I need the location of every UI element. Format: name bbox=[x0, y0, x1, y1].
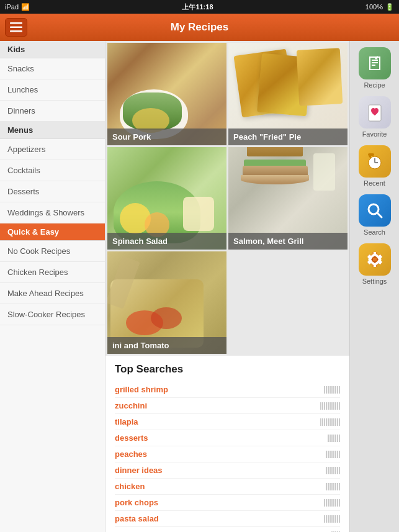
settings-icon bbox=[365, 250, 385, 269]
search-bars bbox=[320, 418, 340, 426]
recipe-icon-box bbox=[359, 47, 391, 79]
content-area: Sour Pork Peach "Fried" Pie bbox=[105, 41, 349, 532]
hamburger-icon bbox=[10, 22, 22, 32]
svg-rect-10 bbox=[368, 153, 374, 156]
sidebar-item-desserts[interactable]: Desserts bbox=[0, 181, 105, 202]
search-bars bbox=[328, 435, 340, 442]
settings-label: Settings bbox=[362, 277, 387, 285]
search-term-label: zucchini bbox=[115, 401, 320, 410]
sidebar-section-kids[interactable]: Kids bbox=[0, 41, 105, 58]
photo-label-salmon-grill: Salmon, Meet Grill bbox=[228, 233, 347, 250]
search-row[interactable]: chicken bbox=[115, 479, 340, 495]
recipe-label: Recipe bbox=[364, 81, 385, 89]
sidebar-item-lunches[interactable]: Lunches bbox=[0, 79, 105, 101]
sidebar-item-slowcooker[interactable]: Slow-Cooker Recipes bbox=[0, 304, 105, 325]
search-row[interactable]: dinner ideas bbox=[115, 462, 340, 479]
status-time: 上午11:18 bbox=[182, 2, 213, 12]
battery-icon: 🔋 bbox=[385, 3, 394, 11]
sidebar-item-cocktails[interactable]: Cocktails bbox=[0, 160, 105, 181]
search-label: Search bbox=[364, 228, 385, 236]
top-searches-title: Top Searches bbox=[115, 363, 340, 376]
search-bars bbox=[326, 467, 340, 474]
search-term-label: peaches bbox=[115, 449, 326, 459]
search-bars bbox=[320, 402, 340, 410]
favorite-icon-item[interactable]: Favorite bbox=[350, 93, 399, 141]
app-header: My Recipes bbox=[0, 14, 399, 41]
settings-icon-item[interactable]: Settings bbox=[350, 240, 399, 288]
photo-cell-sour-pork[interactable]: Sour Pork bbox=[107, 43, 226, 145]
recent-icon-box bbox=[359, 145, 391, 178]
settings-icon-box bbox=[359, 243, 391, 276]
search-row[interactable]: zucchini bbox=[115, 398, 340, 414]
search-bars bbox=[324, 515, 340, 523]
svg-rect-0 bbox=[10, 22, 22, 24]
sidebar-item-appetizers[interactable]: Appetizers bbox=[0, 139, 105, 160]
svg-rect-2 bbox=[10, 30, 22, 32]
photo-label-spinach-salad: Spinach Salad bbox=[107, 233, 226, 250]
status-left: iPad 📶 bbox=[5, 3, 30, 11]
sidebar-item-chicken[interactable]: Chicken Recipes bbox=[0, 262, 105, 283]
sidebar-item-dinners[interactable]: Dinners bbox=[0, 101, 105, 122]
recipe-icon-item[interactable]: Recipe bbox=[350, 44, 399, 92]
recent-label: Recent bbox=[364, 179, 385, 187]
photo-label-sour-pork: Sour Pork bbox=[107, 128, 226, 145]
wifi-icon: 📶 bbox=[21, 3, 30, 11]
photo-grid: Sour Pork Peach "Fried" Pie bbox=[105, 41, 349, 356]
ipad-label: iPad bbox=[5, 3, 19, 11]
sidebar-item-weddings[interactable]: Weddings & Showers bbox=[0, 202, 105, 223]
search-icon-item[interactable]: Search bbox=[350, 191, 399, 239]
search-term-label: chicken bbox=[115, 482, 326, 491]
photo-label-peach-pie: Peach "Fried" Pie bbox=[228, 128, 347, 145]
favorite-icon-box bbox=[359, 96, 391, 128]
search-row[interactable]: desserts bbox=[115, 430, 340, 446]
search-term-label: grilled shrimp bbox=[115, 385, 324, 394]
photo-cell-tomato[interactable]: ini and Tomato bbox=[107, 251, 226, 354]
search-row[interactable]: peaches bbox=[115, 446, 340, 462]
recent-icon-item[interactable]: Recent bbox=[350, 142, 399, 190]
photo-cell-salmon-grill[interactable]: Salmon, Meet Grill bbox=[228, 147, 347, 250]
favorite-label: Favorite bbox=[362, 130, 387, 138]
favorite-icon bbox=[365, 102, 385, 122]
search-row[interactable]: tilapia bbox=[115, 414, 340, 430]
sidebar-item-makeahead[interactable]: Make Ahead Recipes bbox=[0, 283, 105, 304]
main-layout: Kids Snacks Lunches Dinners Menus Appeti… bbox=[0, 41, 399, 532]
sidebar-section-menus[interactable]: Menus bbox=[0, 122, 105, 139]
recipe-icon bbox=[365, 53, 385, 73]
photo-cell-peach-pie[interactable]: Peach "Fried" Pie bbox=[228, 43, 347, 145]
search-rows: grilled shrimpzucchinitilapiadessertspea… bbox=[115, 382, 340, 532]
search-icon bbox=[365, 201, 385, 220]
status-right: 100% 🔋 bbox=[365, 3, 394, 11]
svg-rect-1 bbox=[10, 27, 22, 29]
status-bar: iPad 📶 上午11:18 100% 🔋 bbox=[0, 0, 399, 14]
page-title: My Recipes bbox=[171, 21, 229, 34]
search-row[interactable]: pork chops bbox=[115, 495, 340, 511]
photo-cell-spinach-salad[interactable]: Spinach Salad bbox=[107, 147, 226, 250]
search-icon-box bbox=[359, 194, 391, 227]
photo-label-tomato: ini and Tomato bbox=[107, 337, 226, 354]
battery-label: 100% bbox=[365, 3, 383, 11]
sidebar-item-nocook[interactable]: No Cook Recipes bbox=[0, 241, 105, 262]
search-row[interactable]: grilled shrimp bbox=[115, 382, 340, 398]
svg-line-12 bbox=[377, 213, 382, 217]
search-bars bbox=[326, 483, 340, 490]
search-term-label: pork chops bbox=[115, 498, 324, 507]
sidebar: Kids Snacks Lunches Dinners Menus Appeti… bbox=[0, 41, 105, 532]
top-searches-section: Top Searches grilled shrimpzucchinitilap… bbox=[105, 356, 349, 532]
search-bars bbox=[324, 499, 340, 507]
recent-icon bbox=[365, 151, 385, 171]
search-row[interactable]: chicken salad bbox=[115, 527, 340, 532]
menu-button[interactable] bbox=[5, 18, 27, 37]
search-term-label: tilapia bbox=[115, 417, 320, 426]
search-bars bbox=[326, 451, 340, 458]
right-panel: Recipe Favorite Recent bbox=[349, 41, 399, 532]
sidebar-section-quickeasy[interactable]: Quick & Easy bbox=[0, 223, 105, 241]
sidebar-item-snacks[interactable]: Snacks bbox=[0, 58, 105, 79]
search-term-label: desserts bbox=[115, 433, 328, 443]
search-bars bbox=[324, 386, 340, 394]
search-row[interactable]: pasta salad bbox=[115, 511, 340, 527]
search-term-label: pasta salad bbox=[115, 514, 324, 523]
search-term-label: dinner ideas bbox=[115, 466, 326, 475]
